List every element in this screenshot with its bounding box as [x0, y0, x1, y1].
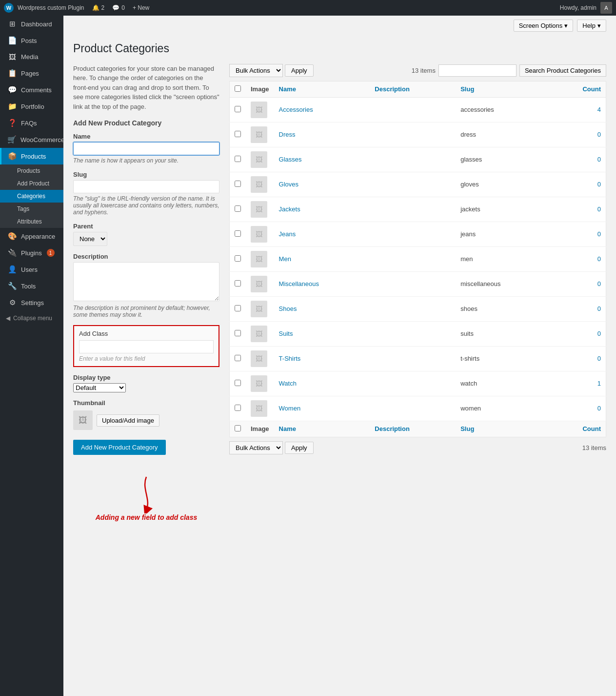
- sidebar-item-dashboard[interactable]: ⊞ Dashboard: [0, 16, 63, 32]
- admin-avatar[interactable]: A: [600, 2, 612, 14]
- parent-select[interactable]: None: [73, 232, 107, 246]
- category-link-9[interactable]: Suits: [279, 330, 293, 337]
- search-categories-button[interactable]: Search Product Categories: [519, 64, 606, 77]
- count-link-7[interactable]: 0: [597, 280, 601, 287]
- row-check-10[interactable]: [235, 355, 241, 361]
- count-link-1[interactable]: 0: [597, 131, 601, 138]
- new-content[interactable]: + New: [133, 4, 149, 11]
- sidebar-item-plugins[interactable]: 🔌 Plugins 1: [0, 245, 63, 261]
- comments-count[interactable]: 💬 0: [112, 4, 125, 11]
- count-link-3[interactable]: 0: [597, 181, 601, 188]
- sidebar-item-pages[interactable]: 📋 Pages: [0, 65, 63, 82]
- row-check-8[interactable]: [235, 305, 241, 311]
- sidebar-item-tools[interactable]: 🔧 Tools: [0, 278, 63, 294]
- tf-count[interactable]: Count: [552, 421, 606, 437]
- table-row: 🖼 Jeans jeans 0: [230, 222, 606, 246]
- row-checkbox-2: [230, 147, 246, 172]
- submenu-products[interactable]: Products: [0, 164, 63, 177]
- sidebar-item-portfolio[interactable]: 📁 Portfolio: [0, 98, 63, 115]
- select-all-checkbox[interactable]: [235, 85, 241, 92]
- row-name-6: Men: [274, 246, 370, 271]
- row-check-0[interactable]: [235, 106, 241, 112]
- display-type-select[interactable]: Default Products Subcategories Both: [73, 383, 126, 392]
- row-check-5[interactable]: [235, 230, 241, 237]
- th-count[interactable]: Count: [552, 81, 606, 97]
- th-image: Image: [246, 81, 274, 97]
- category-link-4[interactable]: Jackets: [279, 205, 300, 213]
- category-link-6[interactable]: Men: [279, 255, 291, 263]
- apply-button-top[interactable]: Apply: [285, 64, 314, 77]
- sidebar-item-appearance[interactable]: 🎨 Appearance: [0, 228, 63, 245]
- row-check-2[interactable]: [235, 156, 241, 162]
- count-link-5[interactable]: 0: [597, 230, 601, 238]
- category-link-5[interactable]: Jeans: [279, 230, 296, 238]
- row-check-12[interactable]: [235, 405, 241, 411]
- submenu-attributes[interactable]: Attributes: [0, 215, 63, 228]
- count-link-10[interactable]: 0: [597, 355, 601, 362]
- site-name[interactable]: Wordpress custom Plugin: [18, 4, 84, 11]
- row-check-6[interactable]: [235, 255, 241, 262]
- count-link-11[interactable]: 1: [597, 380, 601, 387]
- row-description-11: [370, 371, 456, 396]
- tf-description[interactable]: Description: [370, 421, 456, 437]
- name-input[interactable]: [73, 142, 219, 155]
- sidebar-item-woocommerce[interactable]: 🛒 WooCommerce: [0, 131, 63, 148]
- tf-slug[interactable]: Slug: [456, 421, 552, 437]
- category-link-1[interactable]: Dress: [279, 131, 296, 138]
- count-link-0[interactable]: 4: [597, 106, 601, 113]
- category-link-3[interactable]: Gloves: [279, 181, 298, 188]
- category-link-7[interactable]: Miscellaneous: [279, 280, 319, 287]
- category-link-0[interactable]: Accessories: [279, 106, 313, 113]
- category-link-12[interactable]: Women: [279, 405, 301, 412]
- select-all-checkbox-footer[interactable]: [235, 425, 241, 431]
- category-link-10[interactable]: T-Shirts: [279, 355, 301, 362]
- submenu-categories[interactable]: Categories: [0, 190, 63, 203]
- sidebar-item-products[interactable]: 📦 Products: [0, 148, 63, 164]
- tf-name[interactable]: Name: [274, 421, 370, 437]
- add-class-input[interactable]: [79, 340, 214, 353]
- slug-input[interactable]: [73, 180, 219, 193]
- row-check-7[interactable]: [235, 280, 241, 287]
- submenu-add-product[interactable]: Add Product: [0, 177, 63, 190]
- count-link-4[interactable]: 0: [597, 205, 601, 213]
- sidebar-item-posts[interactable]: 📄 Posts: [0, 32, 63, 49]
- category-link-8[interactable]: Shoes: [279, 305, 297, 312]
- count-link-6[interactable]: 0: [597, 255, 601, 263]
- description-textarea[interactable]: [73, 262, 219, 301]
- count-link-8[interactable]: 0: [597, 305, 601, 312]
- bulk-actions-select-bottom[interactable]: Bulk Actions: [229, 441, 283, 454]
- screen-options-button[interactable]: Screen Options ▾: [514, 20, 574, 32]
- sidebar-item-faqs[interactable]: ❓ FAQs: [0, 115, 63, 131]
- th-description[interactable]: Description: [370, 81, 456, 97]
- search-input[interactable]: [438, 64, 517, 77]
- name-hint: The name is how it appears on your site.: [73, 157, 219, 164]
- row-check-11[interactable]: [235, 380, 241, 386]
- add-category-button[interactable]: Add New Product Category: [73, 440, 166, 455]
- row-check-3[interactable]: [235, 181, 241, 187]
- sidebar-item-settings[interactable]: ⚙ Settings: [0, 294, 63, 311]
- help-button[interactable]: Help ▾: [577, 20, 606, 32]
- row-check-9[interactable]: [235, 330, 241, 336]
- collapse-menu-item[interactable]: ◀ Collapse menu: [0, 311, 63, 326]
- category-link-11[interactable]: Watch: [279, 380, 297, 387]
- category-link-2[interactable]: Glasses: [279, 156, 302, 163]
- row-check-1[interactable]: [235, 131, 241, 137]
- row-check-4[interactable]: [235, 205, 241, 212]
- upload-image-button[interactable]: Upload/Add image: [97, 414, 159, 427]
- submenu-tags[interactable]: Tags: [0, 203, 63, 215]
- name-field: Name The name is how it appears on your …: [73, 133, 219, 164]
- row-count-2: 0: [552, 147, 606, 172]
- row-name-5: Jeans: [274, 222, 370, 246]
- apply-button-bottom[interactable]: Apply: [285, 442, 314, 454]
- sidebar-item-media[interactable]: 🖼 Media: [0, 49, 63, 65]
- bulk-actions-select[interactable]: Bulk Actions: [229, 64, 283, 77]
- th-slug[interactable]: Slug: [456, 81, 552, 97]
- image-placeholder-7: 🖼: [251, 276, 267, 292]
- sidebar-item-comments[interactable]: 💬 Comments: [0, 82, 63, 98]
- sidebar-item-users[interactable]: 👤 Users: [0, 261, 63, 278]
- th-name[interactable]: Name: [274, 81, 370, 97]
- count-link-12[interactable]: 0: [597, 405, 601, 412]
- count-link-2[interactable]: 0: [597, 156, 601, 163]
- count-link-9[interactable]: 0: [597, 330, 601, 337]
- notifications[interactable]: 🔔 2: [92, 4, 105, 11]
